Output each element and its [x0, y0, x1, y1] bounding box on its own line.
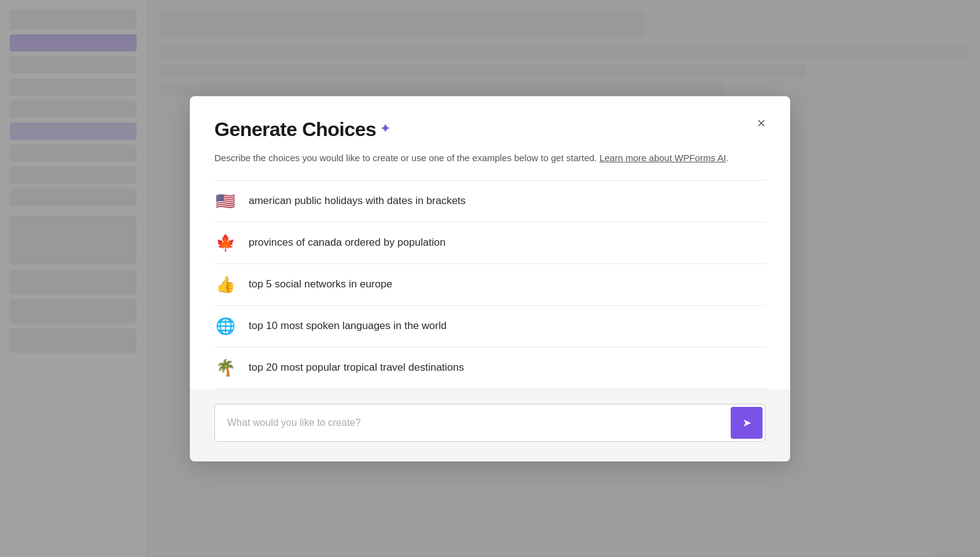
example-text-languages: top 10 most spoken languages in the worl… [249, 320, 447, 332]
learn-more-link[interactable]: Learn more about WPForms AI [600, 153, 726, 163]
example-item-languages[interactable]: 🌐top 10 most spoken languages in the wor… [214, 306, 766, 347]
modal-title: Generate Choices [214, 118, 376, 141]
modal-description: Describe the choices you would like to c… [214, 151, 766, 165]
example-text-holidays: american public holidays with dates in b… [249, 195, 466, 207]
example-text-canada: provinces of canada ordered by populatio… [249, 237, 445, 249]
send-button[interactable]: ➤ [731, 407, 763, 439]
send-icon: ➤ [742, 416, 752, 430]
example-icon-social: 👍 [214, 275, 236, 294]
close-button[interactable]: × [752, 113, 771, 133]
input-section: ➤ [190, 389, 790, 461]
modal-overlay: Generate Choices ✦ × Describe the choice… [0, 0, 980, 557]
example-item-social[interactable]: 👍top 5 social networks in europe [214, 264, 766, 306]
example-text-travel: top 20 most popular tropical travel dest… [249, 362, 464, 374]
example-text-social: top 5 social networks in europe [249, 278, 392, 290]
sparkle-icon: ✦ [380, 121, 391, 137]
example-item-canada[interactable]: 🍁provinces of canada ordered by populati… [214, 222, 766, 264]
prompt-input[interactable] [215, 407, 728, 438]
modal-title-row: Generate Choices ✦ [214, 118, 766, 141]
generate-choices-modal: Generate Choices ✦ × Describe the choice… [190, 96, 790, 461]
example-item-holidays[interactable]: 🇺🇸american public holidays with dates in… [214, 180, 766, 222]
input-wrapper: ➤ [214, 404, 766, 442]
example-icon-languages: 🌐 [214, 317, 236, 336]
example-icon-holidays: 🇺🇸 [214, 192, 236, 211]
examples-list: 🇺🇸american public holidays with dates in… [190, 180, 790, 389]
example-icon-canada: 🍁 [214, 233, 236, 252]
example-item-travel[interactable]: 🌴top 20 most popular tropical travel des… [214, 347, 766, 389]
modal-header: Generate Choices ✦ × Describe the choice… [190, 96, 790, 180]
example-icon-travel: 🌴 [214, 358, 236, 377]
